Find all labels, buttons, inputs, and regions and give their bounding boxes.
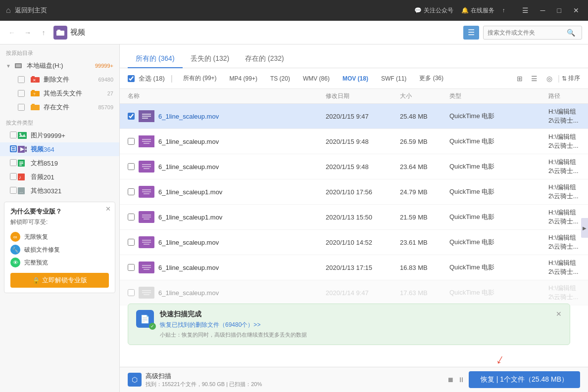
row-checkbox-0[interactable]	[128, 113, 135, 120]
row-path-4: H:\编辑组2\云骑士...	[548, 208, 580, 226]
hamburger-icon[interactable]: ☰	[519, 5, 532, 15]
notif-link[interactable]: 恢复已找到的删除文件（69480个）>>	[160, 321, 550, 329]
view-divider: |	[558, 74, 560, 83]
thumbnail-view-btn[interactable]: ◎	[543, 73, 556, 84]
audio-icon: ♪	[17, 173, 28, 181]
sidebar: 按原始目录 ▼ 本地磁盘(H:) 99999+ ✕ 删除文件 69480	[0, 44, 120, 392]
svg-rect-14	[32, 104, 35, 105]
row-checkbox-2[interactable]	[128, 163, 135, 170]
promo-close-btn[interactable]: ✕	[105, 205, 111, 213]
grid-view-btn[interactable]: ⊞	[513, 73, 526, 84]
row-checkbox-5[interactable]	[128, 239, 135, 246]
share-btn[interactable]: ↑	[502, 7, 505, 14]
sidebar-item-existing[interactable]: 存在文件 85709	[0, 100, 119, 114]
row-checkbox-3[interactable]	[128, 188, 135, 195]
filter-ts[interactable]: TS (20)	[266, 73, 294, 84]
list-view-btn[interactable]: ☰	[528, 73, 541, 84]
row-path-3: H:\编辑组2\云骑士...	[548, 183, 580, 201]
search-icon[interactable]: 🔍	[567, 29, 575, 37]
row-checkbox-4[interactable]	[128, 214, 135, 220]
sidebar-item-local-disk[interactable]: ▼ 本地磁盘(H:) 99999+	[0, 59, 119, 73]
filter-mov[interactable]: MOV (18)	[338, 73, 373, 84]
row-name-6: 6_1line_scaleup.mov	[128, 261, 326, 273]
service-btn[interactable]: 🔔 在线服务	[461, 6, 494, 15]
notif-close-btn[interactable]: ✕	[556, 310, 562, 318]
filter-wmv[interactable]: WMV (86)	[298, 73, 334, 84]
follow-btn[interactable]: 💬 关注公众号	[414, 6, 453, 15]
scan-pause-btn[interactable]: ⏸	[458, 376, 465, 384]
row-name-0: 6_1line_scaleup.mov	[128, 110, 326, 122]
unlock-pro-btn[interactable]: 🔒 立即解锁专业版	[10, 273, 109, 288]
row-path-5: H:\编辑组2\云骑士...	[548, 233, 580, 251]
row-size-1: 26.59 MB	[400, 138, 449, 145]
breadcrumb-title: 视频	[70, 28, 85, 37]
scan-text: 高级扫描 找到：155221个文件，90.50 GB | 已扫描：20%	[146, 372, 443, 388]
filter-divider-1: |	[171, 74, 173, 83]
maximize-btn[interactable]: □	[554, 5, 564, 15]
sidebar-item-audio[interactable]: ♪ 音频 201	[0, 170, 119, 184]
row-checkbox-7[interactable]	[128, 289, 135, 296]
table-row[interactable]: 6_1line_scaleup.mov 2020/1/10 14:52 23.6…	[120, 230, 588, 255]
sort-icon: ⇅	[562, 75, 567, 82]
table-row[interactable]: 6_1line_scaleup1.mov 2020/1/10 17:56 24.…	[120, 179, 588, 205]
back-btn[interactable]: ←	[6, 27, 18, 39]
filter-swf[interactable]: SWF (11)	[377, 73, 411, 84]
row-date-6: 2020/1/13 17:15	[326, 264, 400, 271]
sidebar-item-video[interactable]: 视频 364	[0, 142, 119, 156]
tabs-bar: 所有的 (364) 丢失的 (132) 存在的 (232)	[120, 44, 588, 68]
row-name-7: 6_1line_scaleup.mov	[128, 287, 326, 299]
tab-existing[interactable]: 存在的 (232)	[237, 50, 292, 68]
notif-title: 快速扫描完成	[160, 310, 550, 319]
filter-more[interactable]: 更多 (36)	[415, 72, 448, 85]
svg-rect-29	[19, 165, 22, 166]
recovery-btn[interactable]: 恢复 | 1个文件（25.48 MB）	[469, 371, 580, 388]
table-row[interactable]: 6_1line_scaleup.mov 2020/1/15 9:48 23.64…	[120, 154, 588, 179]
table-row[interactable]: 6_1line_scaleup.mov 2020/1/14 9:47 17.63…	[120, 280, 588, 305]
row-date-2: 2020/1/15 9:48	[326, 163, 400, 171]
scan-title: 高级扫描	[146, 372, 443, 381]
view-menu-btn[interactable]: ☰	[463, 26, 479, 40]
sidebar-item-deleted[interactable]: ✕ 删除文件 69480	[0, 73, 119, 87]
sidebar-count-audio: 201	[44, 174, 54, 181]
table-row[interactable]: 6_1line_scaleup1.mov 2020/1/13 15:50 21.…	[120, 205, 588, 230]
sidebar-item-other[interactable]: ... 其他 30321	[0, 184, 119, 198]
sidebar-item-picture[interactable]: 图片 99999+	[0, 129, 119, 142]
close-btn[interactable]: ✕	[570, 5, 582, 15]
notification-popup: 📄 ✓ 快速扫描完成 恢复已找到的删除文件（69480个）>> 小贴士：恢复的同…	[128, 304, 570, 345]
tab-lost[interactable]: 丢失的 (132)	[183, 50, 238, 68]
search-input[interactable]	[488, 29, 567, 36]
sort-btn[interactable]: ⇅ 排序	[562, 74, 580, 83]
row-checkbox-6[interactable]	[128, 264, 135, 271]
up-btn[interactable]: ↑	[38, 27, 49, 39]
lost-folder-icon: ?	[30, 89, 41, 98]
minimize-btn[interactable]: ─	[538, 5, 548, 15]
row-checkbox-1[interactable]	[128, 138, 135, 145]
svg-rect-13	[31, 105, 40, 110]
tab-all[interactable]: 所有的 (364)	[128, 50, 183, 68]
promo-panel: ✕ 为什么要专业版？ 解锁即可享受: ∞ 无限恢复 🔧 破损文件修复 👁 完整预…	[4, 202, 115, 293]
scan-controls: ⏹ ⏸	[447, 376, 465, 384]
sidebar-item-document[interactable]: 文档 8519	[0, 156, 119, 170]
checkbox-icon3	[16, 103, 27, 112]
row-size-5: 23.61 MB	[400, 239, 449, 246]
home-link[interactable]: 返回到主页	[15, 6, 414, 15]
sidebar-item-lost[interactable]: ? 其他丢失文件 27	[0, 87, 119, 100]
filter-all[interactable]: 所有的 (99+)	[179, 72, 221, 85]
select-all-label: 全选 (18)	[139, 74, 165, 83]
filter-mp4[interactable]: MP4 (99+)	[225, 73, 262, 84]
table-row[interactable]: 6_1line_scaleup.mov 2020/1/15 9:48 26.59…	[120, 129, 588, 154]
scan-stop-btn[interactable]: ⏹	[447, 376, 454, 384]
filter-right: ⊞ ☰ ◎ | ⇅ 排序	[513, 73, 580, 84]
notif-link-text[interactable]: 恢复已找到的删除文件（69480个）>>	[160, 321, 260, 328]
svg-rect-23	[25, 147, 27, 149]
other-icon: ...	[17, 186, 28, 195]
row-name-1: 6_1line_scaleup.mov	[128, 135, 326, 147]
table-header: 名称 修改日期 大小 类型 路径	[120, 89, 588, 104]
forward-btn[interactable]: →	[22, 27, 34, 39]
table-row[interactable]: 6_1line_scaleup.mov 2020/1/15 9:47 25.48…	[120, 104, 588, 129]
table-row[interactable]: 6_1line_scaleup.mov 2020/1/13 17:15 16.8…	[120, 255, 588, 280]
repair-icon: 🔧	[10, 245, 20, 255]
side-scroll-arrow[interactable]: ▶	[581, 218, 588, 238]
select-all-checkbox[interactable]	[128, 75, 135, 82]
main-layout: 按原始目录 ▼ 本地磁盘(H:) 99999+ ✕ 删除文件 69480	[0, 44, 588, 392]
